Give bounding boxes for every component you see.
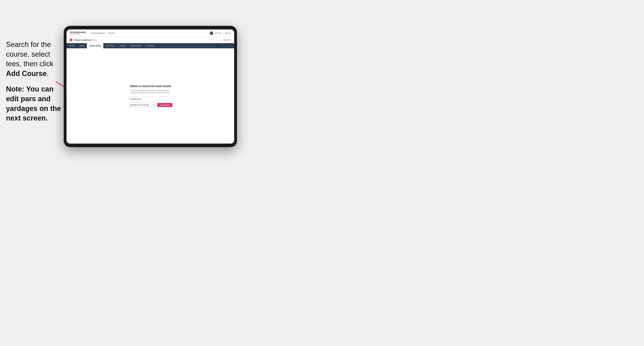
tab-course-setup[interactable]: Course Setup [87,43,103,48]
nav-tournaments[interactable]: TOURNAMENTS [90,32,105,34]
tab-nav: Details Teams Course Setup Tee Groups Re… [66,43,234,48]
tournament-header: C Clippd Invitational (Men) Cancel ✕ [66,37,234,43]
tab-leaderboards[interactable]: Leaderboards [128,43,144,48]
cancel-x-icon: ✕ [230,39,231,41]
annotation-line3: tees, then click [6,60,53,68]
logo-sub: Powered by clippd [70,34,86,35]
tournament-title: Clippd Invitational [74,39,92,41]
main-content: Select a course for each round Search fo… [66,48,234,144]
nav-teams[interactable]: TEAMS [108,32,115,34]
course-search-input[interactable] [128,97,172,101]
tournament-icon-letter: C [70,39,72,41]
annotation-bold1: Add Course [6,69,46,78]
annotation-note-label: Note: You can [6,85,54,93]
tab-printables[interactable]: Printables [144,43,157,48]
top-nav: SCOREBOARD Powered by clippd TOURNAMENTS… [66,29,234,37]
tee-down-icon[interactable]: ▼ [153,105,155,106]
annotation-line1: Search for the [6,40,51,48]
tee-select[interactable]: Gold (M) (M) (7010 yds) ✕ ▲ ▼ [128,103,156,107]
annotation-block: Search for the course, select tees, then… [6,40,64,129]
tee-select-value: Gold (M) (M) (7010 yds) [130,104,152,106]
annotation-line2: course, select [6,50,50,58]
nav-links: TOURNAMENTS TEAMS [90,32,210,34]
logo-area: SCOREBOARD Powered by clippd [70,31,86,35]
tablet-screen: SCOREBOARD Powered by clippd TOURNAMENTS… [66,29,234,144]
tab-teams[interactable]: Teams [77,43,87,48]
section-description: Search for a course and select a tee. Yo… [130,89,170,94]
sign-out-link[interactable]: Sign out [225,32,231,34]
tournament-sub: (Men) [92,39,97,41]
tab-tee-groups[interactable]: Tee Groups [103,43,118,48]
logo-text: SCOREBOARD [70,31,86,34]
cancel-label: Cancel [223,39,228,41]
tablet-frame: SCOREBOARD Powered by clippd TOURNAMENTS… [64,26,237,147]
nav-right: T Test User | Sign out [210,31,231,35]
cancel-button[interactable]: Cancel ✕ [223,39,231,41]
tee-up-icon[interactable]: ▲ [153,103,155,105]
section-title: Select a course for each round [130,85,171,88]
user-avatar: T [210,31,213,35]
tab-details[interactable]: Details [66,43,77,48]
tee-clear-button[interactable]: ✕ [152,104,153,106]
annotation-note2: edit pars and [6,95,50,103]
tee-controls: ▲ ▼ [153,103,155,106]
add-course-button[interactable]: Add Course [157,103,172,107]
annotation-note3: yardages on the [6,104,61,113]
tournament-icon: C [70,39,72,41]
user-name: Test User [215,32,222,34]
annotation-punct1: . [46,69,48,78]
annotation-note4: next screen. [6,114,48,122]
nav-pipe: | [223,32,224,34]
tee-select-row: Gold (M) (M) (7010 yds) ✕ ▲ ▼ Add Course [128,103,172,107]
tab-results[interactable]: Results [117,43,128,48]
tablet-side-button [66,84,66,89]
